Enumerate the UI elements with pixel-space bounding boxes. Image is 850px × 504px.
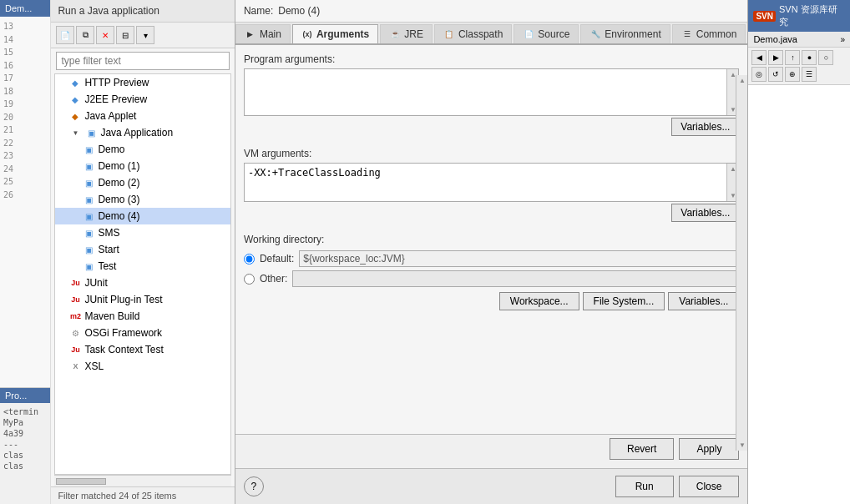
tree-item-demo-1[interactable]: ▣ Demo (1) xyxy=(55,158,230,174)
tab-source-label: Source xyxy=(538,28,569,40)
start-icon: ▣ xyxy=(82,243,95,256)
xsl-icon: X xyxy=(68,360,82,373)
tree-item-label: Java Applet xyxy=(84,110,136,122)
record-button[interactable]: ● xyxy=(802,50,817,65)
content-scroll-up[interactable]: ▲ xyxy=(739,77,746,84)
default-dir-input xyxy=(299,250,739,267)
other-dir-radio[interactable] xyxy=(244,274,255,285)
tree-item-label: J2EE Preview xyxy=(84,93,147,105)
osgi-icon: ⚙ xyxy=(68,326,82,340)
junit-plugin-icon: Ju xyxy=(68,293,82,306)
task-context-icon: Ju xyxy=(68,343,82,356)
bottom-panel-header: Pro... xyxy=(0,388,50,403)
environment-tab-icon: 🔧 xyxy=(589,28,601,40)
main-tab-icon: ▶ xyxy=(245,28,256,40)
tab-arguments[interactable]: (x) Arguments xyxy=(292,24,378,43)
close-button[interactable]: Close xyxy=(679,476,740,497)
menu-button[interactable]: ▾ xyxy=(136,26,154,44)
line-numbers-area: 1314151617181920212223242526 xyxy=(0,17,50,387)
other-dir-row: Other: xyxy=(244,270,740,287)
delete-config-button[interactable]: ✕ xyxy=(96,26,114,44)
tab-main-label: Main xyxy=(260,28,281,40)
other-dir-input[interactable] xyxy=(292,270,739,287)
collapse-button[interactable]: ⊟ xyxy=(116,26,134,44)
menu-right-button[interactable]: ☰ xyxy=(802,67,817,82)
tree-item-label: Start xyxy=(98,244,119,255)
tree-item-label: Java Application xyxy=(100,127,173,139)
tree-item-osgi[interactable]: ⚙ OSGi Framework xyxy=(55,325,230,341)
forward-button[interactable]: ▶ xyxy=(768,50,783,65)
tree-item-label: JUnit Plug-in Test xyxy=(84,294,162,305)
horizontal-scrollbar[interactable] xyxy=(54,475,231,486)
tree-item-label: Demo (3) xyxy=(98,194,139,205)
scroll-thumb[interactable] xyxy=(56,478,106,485)
content-scrollbar[interactable]: ▲ ▼ xyxy=(736,75,747,451)
default-dir-radio[interactable] xyxy=(244,254,255,265)
working-dir-buttons: Workspace... File System... Variables... xyxy=(244,292,740,310)
demo-tab-label[interactable]: Dem... xyxy=(5,3,32,13)
config-name-row: Name: Demo (4) xyxy=(235,0,748,23)
vm-args-variables-button[interactable]: Variables... xyxy=(671,204,739,222)
bottom-panel-title: Pro... xyxy=(5,391,27,401)
demo4-icon: ▣ xyxy=(82,209,95,223)
svn-header: SVN SVN 资源库研究 xyxy=(748,0,850,32)
tree-item-demo-2[interactable]: ▣ Demo (2) xyxy=(55,174,230,191)
tree-item-junit[interactable]: Ju JUnit xyxy=(55,275,230,291)
tab-source[interactable]: 📄 Source xyxy=(514,24,579,43)
tree-item-demo[interactable]: ▣ Demo xyxy=(55,141,230,158)
run-button[interactable]: Run xyxy=(615,476,674,497)
program-args-container: ▲ ▼ Variables... xyxy=(244,68,740,141)
program-args-input[interactable] xyxy=(245,69,727,115)
tree-item-xsl[interactable]: X XSL xyxy=(55,358,230,375)
bottom-panel-content: <terminMyPa4a39---clasclas xyxy=(0,403,50,504)
arguments-tab-icon: (x) xyxy=(301,28,313,40)
program-args-variables-button[interactable]: Variables... xyxy=(671,118,739,136)
add-button[interactable]: ⊕ xyxy=(785,67,800,82)
target-button[interactable]: ◎ xyxy=(751,67,767,82)
tree-item-maven[interactable]: m2 Maven Build xyxy=(55,308,230,325)
tab-classpath[interactable]: 📋 Classpath xyxy=(434,24,512,43)
tree-item-start[interactable]: ▣ Start xyxy=(55,241,230,258)
content-scroll-down[interactable]: ▼ xyxy=(739,441,746,449)
new-config-button[interactable]: 📄 xyxy=(56,26,74,44)
demo-java-label[interactable]: Demo.java xyxy=(753,34,797,44)
tree-item-label: Task Context Test xyxy=(84,344,164,355)
stop-button[interactable]: ○ xyxy=(818,50,833,65)
tab-common[interactable]: ☰ Common xyxy=(672,24,746,43)
revert-button[interactable]: Revert xyxy=(610,438,674,460)
more-icon[interactable]: » xyxy=(840,35,845,44)
tree-item-junit-plugin[interactable]: Ju JUnit Plug-in Test xyxy=(55,291,230,308)
file-system-button[interactable]: File System... xyxy=(583,292,665,310)
up-button[interactable]: ↑ xyxy=(785,50,800,65)
vm-args-container: -XX:+TraceClassLoading ▲ ▼ Variables... xyxy=(244,163,740,227)
run-config-dialog: Name: Demo (4) ▶ Main (x) Arguments ☕ JR… xyxy=(235,0,748,504)
vm-args-input[interactable]: -XX:+TraceClassLoading xyxy=(245,164,727,201)
working-dir-variables-button[interactable]: Variables... xyxy=(668,292,739,310)
tree-item-java-applet[interactable]: ◆ Java Applet xyxy=(55,108,230,124)
tree-item-label: OSGi Framework xyxy=(84,327,162,339)
demo1-icon: ▣ xyxy=(82,159,95,173)
other-dir-label: Other: xyxy=(260,273,287,285)
refresh-button[interactable]: ↺ xyxy=(768,67,783,82)
back-button[interactable]: ◀ xyxy=(751,50,767,65)
tree-item-j2ee-preview[interactable]: ◆ J2EE Preview xyxy=(55,91,230,108)
tab-environment[interactable]: 🔧 Environment xyxy=(580,24,670,43)
tab-main[interactable]: ▶ Main xyxy=(235,24,291,43)
tree-item-http-preview[interactable]: ◆ HTTP Preview xyxy=(55,74,230,91)
tree-item-sms[interactable]: ▣ SMS xyxy=(55,224,230,241)
java-applet-icon: ◆ xyxy=(68,109,82,123)
duplicate-config-button[interactable]: ⧉ xyxy=(76,26,94,44)
filter-input[interactable] xyxy=(56,52,230,70)
tree-item-label: Demo (2) xyxy=(98,177,139,189)
tree-item-java-application[interactable]: ▼ ▣ Java Application xyxy=(55,124,230,141)
workspace-button[interactable]: Workspace... xyxy=(499,292,579,310)
tree-item-demo-4[interactable]: ▣ Demo (4) xyxy=(55,208,230,224)
tree-item-demo-3[interactable]: ▣ Demo (3) xyxy=(55,191,230,208)
tree-item-test[interactable]: ▣ Test xyxy=(55,258,230,275)
tab-common-label: Common xyxy=(696,28,737,40)
tree-item-task-context[interactable]: Ju Task Context Test xyxy=(55,341,230,358)
help-button[interactable]: ? xyxy=(244,476,264,496)
tab-jre[interactable]: ☕ JRE xyxy=(380,24,433,43)
j2ee-icon: ◆ xyxy=(68,93,82,106)
apply-button[interactable]: Apply xyxy=(679,438,739,460)
